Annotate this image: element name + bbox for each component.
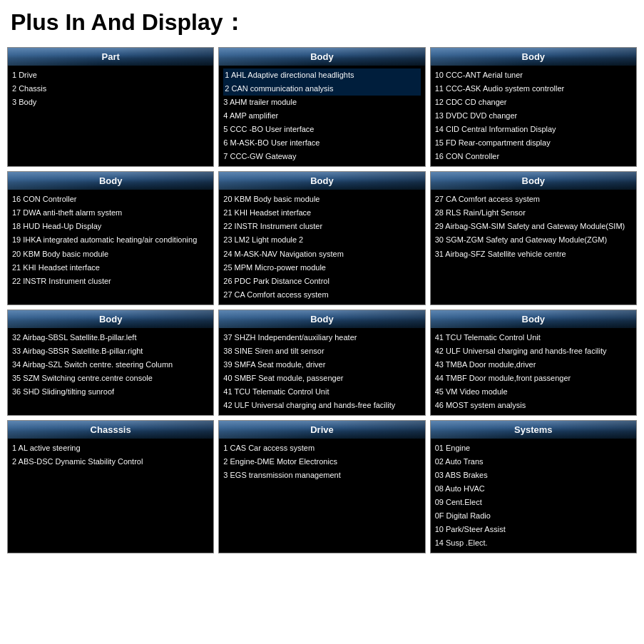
list-item: 37 SHZH Independent/auxiliary heater (223, 331, 420, 344)
panel-body-5-header: Body (431, 172, 636, 190)
list-item: 12 CDC CD changer (435, 96, 632, 109)
panel-chassis-content: 1 AL active steering2 ABS-DSC Dynamic St… (8, 439, 213, 524)
list-item: 35 SZM Switching centre.centre console (12, 372, 209, 385)
list-item: 22 INSTR Instrument cluster (12, 275, 209, 288)
list-item: 16 CON Controller (12, 193, 209, 206)
list-item: 17 DWA anti-theft alarm system (12, 206, 209, 220)
list-item: 0F Digital Radio (435, 509, 632, 523)
panel-body-5: Body27 CA Comfort access system28 RLS Ra… (430, 171, 637, 305)
list-item: 23 LM2 Light module 2 (223, 233, 420, 247)
list-item: 2 Chassis (12, 82, 209, 96)
list-item: 4 AMP amplifier (223, 109, 420, 123)
list-item: 15 FD Rear-compartment display (435, 136, 632, 150)
list-item: 45 VM Video module (435, 385, 632, 399)
list-item: 08 Auto HVAC (435, 482, 632, 496)
panel-part-header: Part (8, 48, 213, 66)
panel-body-7-header: Body (219, 310, 424, 328)
list-item: 3 Body (12, 96, 209, 109)
list-item: 1 AHL Adaptive directional headlights (223, 68, 420, 82)
list-item: 19 IHKA integrated automatic heating/air… (12, 233, 209, 247)
panel-drive: Drive1 CAS Car access system2 Engine-DME… (218, 420, 425, 553)
panel-body-6: Body32 Airbag-SBSL Satellite.B-pillar.le… (7, 310, 214, 416)
list-item: 02 Auto Trans (435, 455, 632, 469)
panel-body-1: Body1 AHL Adaptive directional headlight… (218, 47, 425, 167)
list-item: 3 AHM trailer module (223, 96, 420, 109)
list-item: 43 TMBA Door module,driver (435, 358, 632, 372)
list-item: 41 TCU Telematic Control Unit (223, 385, 420, 399)
panel-chassis: Chasssis1 AL active steering2 ABS-DSC Dy… (7, 420, 214, 553)
list-item: 27 CA Comfort access system (435, 193, 632, 206)
list-item: 20 KBM Body basic module (223, 193, 420, 206)
list-item: 21 KHI Headset interface (223, 206, 420, 220)
list-item: 41 TCU Telematic Control Unit (435, 331, 632, 344)
list-item: 25 MPM Micro-power module (223, 261, 420, 275)
panel-chassis-header: Chasssis (8, 421, 213, 439)
list-item: 29 Airbag-SGM-SIM Safety and Gateway Mod… (435, 220, 632, 233)
panel-body-7: Body37 SHZH Independent/auxiliary heater… (218, 310, 425, 416)
panel-body-8: Body41 TCU Telematic Control Unit42 ULF … (430, 310, 637, 416)
list-item: 26 PDC Park Distance Control (223, 275, 420, 288)
list-item: 42 ULF Universal charging and hands-free… (435, 344, 632, 358)
panel-body-5-content: 27 CA Comfort access system28 RLS Rain/L… (431, 190, 636, 275)
list-item: 10 Park/Steer Assist (435, 523, 632, 536)
list-item: 31 Airbag-SFZ Satellite vehicle centre (435, 247, 632, 261)
panel-body-6-content: 32 Airbag-SBSL Satellite.B-pillar.left33… (8, 328, 213, 414)
list-item: 10 CCC-ANT Aerial tuner (435, 68, 632, 82)
panel-body-8-header: Body (431, 310, 636, 328)
list-item: 40 SMBF Seat module, passenger (223, 372, 420, 385)
list-item: 16 CON Controller (435, 150, 632, 163)
list-item: 1 AL active steering (12, 441, 209, 455)
list-item: 46 MOST system analysis (435, 399, 632, 412)
panel-part-content: 1 Drive2 Chassis3 Body (8, 66, 213, 151)
grid-container: Part1 Drive2 Chassis3 BodyBody1 AHL Adap… (7, 47, 637, 553)
list-item: 03 ABS Brakes (435, 469, 632, 482)
panel-systems-header: Systems (431, 421, 636, 439)
list-item: 6 M-ASK-BO User interface (223, 136, 420, 150)
panel-body-1-header: Body (219, 48, 424, 66)
panel-systems-content: 01 Engine02 Auto Trans03 ABS Brakes08 Au… (431, 439, 636, 553)
panel-body-2: Body10 CCC-ANT Aerial tuner11 CCC-ASK Au… (430, 47, 637, 167)
list-item: 39 SMFA Seat module, driver (223, 358, 420, 372)
list-item: 5 CCC -BO User interface (223, 123, 420, 136)
panel-body-1-content: 1 AHL Adaptive directional headlights2 C… (219, 66, 424, 166)
list-item: 38 SINE Siren and tilt sensor (223, 344, 420, 358)
panel-body-8-content: 41 TCU Telematic Control Unit42 ULF Univ… (431, 328, 636, 415)
list-item: 18 HUD Head-Up Display (12, 220, 209, 233)
list-item: 14 Susp .Elect. (435, 536, 632, 550)
panel-body-4-content: 20 KBM Body basic module21 KHI Headset i… (219, 190, 424, 304)
panel-body-3-content: 16 CON Controller17 DWA anti-theft alarm… (8, 190, 213, 290)
panel-drive-content: 1 CAS Car access system2 Engine-DME Moto… (219, 439, 424, 524)
list-item: 30 SGM-ZGM Safety and Gateway Module(ZGM… (435, 233, 632, 247)
list-item: 7 CCC-GW Gateway (223, 150, 420, 163)
panel-body-3-header: Body (8, 172, 213, 190)
list-item: 20 KBM Body basic module (12, 247, 209, 261)
panel-body-2-header: Body (431, 48, 636, 66)
list-item: 28 RLS Rain/Light Sensor (435, 206, 632, 220)
list-item: 11 CCC-ASK Audio system controller (435, 82, 632, 96)
list-item: 13 DVDC DVD changer (435, 109, 632, 123)
list-item: 36 SHD Sliding/tilting sunroof (12, 385, 209, 399)
panel-body-7-content: 37 SHZH Independent/auxiliary heater38 S… (219, 328, 424, 415)
panel-part: Part1 Drive2 Chassis3 Body (7, 47, 214, 167)
list-item: 14 CID Central Information Display (435, 123, 632, 136)
list-item: 09 Cent.Elect (435, 496, 632, 509)
panel-body-3: Body16 CON Controller17 DWA anti-theft a… (7, 171, 214, 305)
panel-drive-header: Drive (219, 421, 424, 439)
list-item: 24 M-ASK-NAV Navigation system (223, 247, 420, 261)
list-item: 44 TMBF Door module,front passenger (435, 372, 632, 385)
panel-systems: Systems01 Engine02 Auto Trans03 ABS Brak… (430, 420, 637, 553)
panel-body-2-content: 10 CCC-ANT Aerial tuner11 CCC-ASK Audio … (431, 66, 636, 166)
list-item: 2 CAN communication analysis (223, 82, 420, 96)
panel-body-4-header: Body (219, 172, 424, 190)
list-item: 1 Drive (12, 68, 209, 82)
list-item: 32 Airbag-SBSL Satellite.B-pillar.left (12, 331, 209, 344)
list-item: 42 ULF Universal charging and hands-free… (223, 399, 420, 412)
page-title: Plus In And Display： (7, 7, 637, 39)
list-item: 22 INSTR Instrument cluster (223, 220, 420, 233)
list-item: 01 Engine (435, 441, 632, 455)
panel-body-4: Body20 KBM Body basic module21 KHI Heads… (218, 171, 425, 305)
list-item: 27 CA Comfort access system (223, 288, 420, 302)
panel-body-6-header: Body (8, 310, 213, 328)
list-item: 34 Airbag-SZL Switch centre. steering Co… (12, 358, 209, 372)
list-item: 33 Airbag-SBSR Satellite.B-pillar.right (12, 344, 209, 358)
